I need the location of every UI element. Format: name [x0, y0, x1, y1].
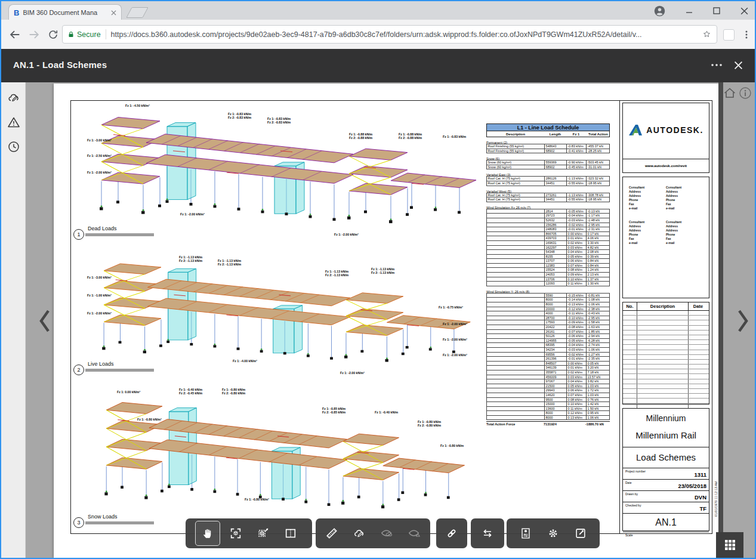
compare-swap-button[interactable] — [474, 520, 501, 547]
schedule-cell: 3.20 kN — [586, 366, 610, 370]
schedule-cell: -455.37 kN — [586, 144, 610, 149]
reload-icon[interactable] — [45, 27, 61, 42]
schedule-cell: 12383 — [544, 264, 566, 268]
revision-cell — [623, 326, 637, 330]
document-header: AN.1 - Load Schemes — [1, 49, 755, 82]
revision-row — [623, 384, 709, 389]
schedule-cell: 273261 — [544, 193, 566, 197]
address-bar[interactable]: Secure https://docs.b360.autodesk.com/pr… — [62, 25, 717, 44]
revision-cell — [623, 369, 637, 373]
schedule-cell: 0.17 kN — [586, 232, 610, 236]
pan-hand-button[interactable] — [195, 521, 220, 546]
markup-visibility-eye-button[interactable] — [373, 520, 400, 547]
schedule-cell: -6.28 kN — [586, 339, 610, 343]
forward-icon[interactable] — [26, 27, 42, 42]
consultant-line: Address — [666, 228, 703, 233]
revision-row — [623, 379, 709, 384]
revision-cell — [623, 399, 637, 403]
schedule-cell: 0.05 kN/m — [566, 255, 586, 259]
schedule-cell: 3.82 kN — [586, 379, 610, 384]
history-clock-icon[interactable] — [7, 140, 21, 154]
line-load-schedule: L1 - Line Load ScheduleDescriptionLength… — [486, 123, 610, 427]
issue-visibility-eye-button[interactable] — [400, 520, 428, 547]
revision-cell — [623, 379, 637, 384]
load-annotation: Fz 1: -2.00 kN/m² — [443, 322, 467, 326]
schedule-row: Snow (60 kg/m²)68902-0.45 kN/m-31.01 kN — [486, 165, 610, 170]
revision-cell — [689, 365, 708, 369]
schedule-cell — [487, 370, 544, 375]
back-icon[interactable] — [7, 27, 23, 42]
profile-icon[interactable] — [652, 4, 667, 18]
schedule-cell: -0.07 kN/m — [566, 330, 586, 334]
prev-chevron-icon[interactable] — [38, 308, 52, 334]
close-icon[interactable] — [736, 4, 752, 18]
schedule-row: 95000.08 kN/m0.76 kN — [486, 397, 610, 403]
revision-cell — [637, 374, 689, 378]
schedule-row: Roof Cat. H (75 kg/m²)286126-1.13 kN/m-3… — [486, 176, 610, 181]
dead-loads-drawing — [78, 97, 483, 227]
schedule-cell: 68395 — [544, 343, 566, 347]
markup-cloud-pencil-button[interactable] — [345, 520, 373, 547]
grid-view-icon[interactable] — [716, 532, 743, 558]
revision-cell — [623, 360, 637, 364]
schedule-cell: -18.95 kN — [586, 197, 610, 202]
page-scrollbar[interactable] — [718, 82, 723, 558]
info-icon[interactable] — [738, 86, 752, 100]
revision-row — [623, 311, 709, 316]
new-tab-button[interactable] — [126, 7, 149, 18]
revision-cell — [689, 350, 708, 354]
load-annotation: Fz 1: -1.13 kN/m Fz 2: -1.13 kN/m — [179, 255, 202, 262]
schedule-cell: 1.03 kN — [586, 384, 610, 388]
schedule-cell — [487, 214, 544, 218]
consultant-line: Phone — [629, 233, 666, 237]
schedule-cell: -323.32 kN — [586, 177, 610, 181]
autodesk-logo-icon — [628, 123, 643, 137]
fullscreen-button[interactable] — [567, 520, 594, 547]
fit-to-view-button[interactable] — [222, 520, 249, 547]
schedule-cell — [487, 209, 544, 214]
schedule-cell: 0.10 kN/m — [566, 402, 586, 406]
star-icon[interactable] — [702, 29, 712, 39]
revision-cell — [689, 331, 708, 335]
schedule-cell: 20000 — [544, 307, 566, 311]
extension-icon[interactable] — [721, 27, 736, 42]
home-icon[interactable] — [723, 86, 737, 100]
revision-cell — [623, 355, 637, 359]
share-link-button[interactable] — [438, 520, 465, 547]
minimize-icon[interactable] — [681, 4, 697, 18]
revision-cell — [637, 360, 689, 364]
schedule-row: 146200.07 kN/m1.03 kN — [486, 393, 610, 398]
scheme-label-snow-loads: 3 Snow Loads — [73, 514, 181, 529]
revision-col-no: No. — [623, 302, 637, 310]
schedule-cell: 68902 — [544, 165, 566, 169]
schedule-cell: 13.57 kN — [586, 375, 610, 379]
schedule-cell — [487, 294, 544, 298]
viewer-close-icon[interactable] — [734, 61, 743, 70]
menu-dots-icon[interactable] — [739, 27, 754, 42]
split-compare-button[interactable] — [277, 520, 304, 547]
zoom-window-button[interactable] — [249, 520, 277, 547]
schedule-cell: -2.35 kN — [586, 357, 610, 361]
sheet-number: AN.1 — [623, 514, 709, 532]
next-chevron-icon[interactable] — [736, 308, 750, 334]
issues-warning-icon[interactable] — [7, 115, 21, 129]
titleblock-project-box: Millennium Millennium Rail Load Schemes … — [622, 408, 709, 531]
schedule-cell — [487, 334, 544, 338]
settings-gear-button[interactable] — [539, 520, 567, 547]
markup-cloud-icon[interactable] — [7, 91, 21, 105]
measure-ruler-button[interactable] — [318, 520, 345, 547]
revision-row — [623, 335, 709, 340]
project-field: Date23/05/2018 — [623, 480, 709, 491]
schedule-cell: 0.06 kN/m — [566, 388, 586, 393]
maximize-icon[interactable] — [709, 4, 724, 18]
tab-close-icon[interactable] — [111, 10, 116, 16]
load-annotation: Fz 1: -0.80 kN/m² — [137, 418, 162, 421]
load-annotation: Fz 1: -2.50 kN/m² — [87, 154, 112, 157]
schedule-cell: -0.06 kN/m — [566, 334, 586, 338]
browser-tab[interactable]: B BIM 360 Document Mana — [8, 4, 122, 20]
schedule-cell: 8000 — [544, 298, 566, 302]
sheet-properties-button[interactable] — [512, 520, 539, 547]
more-options-icon[interactable] — [710, 61, 723, 69]
load-annotation: Fz 1: -2.00 kN/m² — [443, 338, 467, 341]
schedule-cell: -0.12 kN/m — [566, 307, 586, 311]
